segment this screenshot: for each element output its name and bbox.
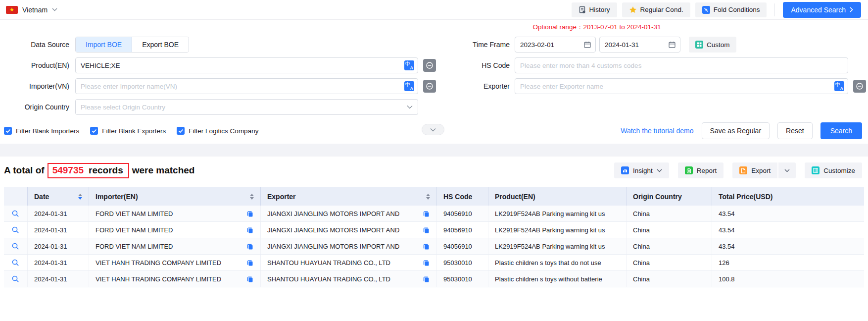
tab-export-boe[interactable]: Export BOE: [132, 37, 189, 52]
cell-price: 126: [712, 255, 864, 270]
copy-importer-button[interactable]: [246, 275, 254, 283]
history-button[interactable]: History: [572, 2, 617, 17]
hs-code-input[interactable]: [515, 58, 848, 73]
copy-exporter-button[interactable]: [423, 243, 430, 250]
collapse-form-button[interactable]: [422, 124, 444, 135]
save-as-regular-button[interactable]: Save as Regular: [702, 122, 770, 139]
custom-range-button[interactable]: Custom: [689, 37, 736, 53]
header-date[interactable]: Date: [28, 187, 89, 206]
header-total-price: Total Price(USD): [712, 187, 864, 206]
cell-price: 43.54: [712, 238, 864, 254]
row-detail-button[interactable]: [11, 226, 20, 234]
results-table: Date Importer(EN) Exporter HS Code Produ…: [4, 187, 864, 287]
date-to-field[interactable]: [599, 37, 680, 53]
header-importer[interactable]: Importer(EN): [89, 187, 261, 206]
cell-hs-code: 95030010: [437, 255, 488, 270]
data-source-label: Data Source: [0, 37, 69, 53]
form-row-3: Importer(VN) 中A Exporter 中A: [0, 78, 868, 94]
tutorial-demo-link[interactable]: Watch the tutorial demo: [621, 127, 693, 135]
header-product: Product(EN): [488, 187, 627, 206]
cell-origin: China: [627, 222, 712, 238]
cell-hs-code: 94056910: [437, 206, 488, 221]
results-suffix: were matched: [132, 165, 195, 176]
filter-blank-importers-checkbox[interactable]: Filter Blank Importers: [4, 127, 79, 135]
sort-icons[interactable]: [78, 194, 82, 200]
copy-importer-button[interactable]: [246, 259, 254, 267]
country-selector[interactable]: ★ Vietnam: [6, 6, 57, 14]
table-row: 2024-01-31 FORD VIET NAM LIMITED JIANGXI…: [4, 206, 864, 222]
cell-importer: FORD VIET NAM LIMITED: [89, 222, 261, 238]
magnifier-icon: [11, 226, 20, 234]
copy-importer-button[interactable]: [246, 226, 254, 234]
row-detail-button[interactable]: [11, 259, 20, 267]
header-exporter[interactable]: Exporter: [261, 187, 437, 206]
copy-icon: [246, 243, 254, 250]
cell-hs-code: 94056910: [437, 222, 488, 238]
chevron-down-icon: [784, 169, 790, 172]
custom-range-label: Custom: [707, 41, 730, 49]
copy-icon: [423, 259, 430, 267]
filter-blank-exporters-checkbox[interactable]: Filter Blank Exporters: [90, 127, 166, 135]
checkbox-checked-icon: [177, 127, 185, 135]
exporter-field[interactable]: 中A: [515, 78, 848, 94]
magnifier-icon: [11, 259, 20, 267]
reset-button[interactable]: Reset: [777, 122, 813, 139]
report-button[interactable]: Report: [678, 162, 724, 178]
date-from-input[interactable]: [515, 37, 583, 52]
product-input[interactable]: [76, 58, 404, 73]
product-field[interactable]: 中A: [75, 57, 418, 73]
copy-exporter-button[interactable]: [423, 210, 430, 217]
translate-icon[interactable]: 中A: [404, 81, 414, 91]
search-button[interactable]: Search: [820, 122, 862, 139]
copy-exporter-button[interactable]: [423, 259, 430, 267]
date-to-input[interactable]: [600, 37, 668, 52]
copy-exporter-button[interactable]: [423, 275, 430, 283]
exclude-exporter-button[interactable]: [853, 80, 866, 93]
origin-country-select[interactable]: Please select Origin Country: [75, 99, 418, 115]
importer-label: Importer(VN): [0, 78, 69, 94]
advanced-search-button[interactable]: Advanced Search: [783, 2, 861, 18]
hs-code-field[interactable]: [515, 57, 848, 73]
exclude-icon: [856, 82, 864, 90]
fold-conditions-button[interactable]: Fold Conditions: [695, 2, 767, 17]
form-actions: Watch the tutorial demo Save as Regular …: [621, 122, 862, 140]
cell-product: Plastic children s toys without batterie: [488, 271, 627, 287]
copy-icon: [423, 226, 430, 234]
vietnam-flag-icon: ★: [6, 6, 18, 14]
cell-product: LK2919F524AB Parking warning kit us: [488, 238, 627, 254]
filter-logitics-company-checkbox[interactable]: Filter Logitics Company: [177, 127, 258, 135]
cell-date: 2024-01-31: [28, 222, 89, 238]
row-detail-button[interactable]: [11, 275, 20, 283]
chevron-down-icon: [407, 105, 413, 109]
date-from-field[interactable]: [515, 37, 596, 53]
chevron-right-icon: [850, 7, 853, 12]
translate-icon[interactable]: 中A: [834, 81, 844, 91]
search-form: Optional range：2013-07-01 to 2024-01-31 …: [0, 20, 868, 140]
export-button[interactable]: Export: [732, 162, 777, 178]
exporter-input[interactable]: [515, 79, 834, 94]
importer-field[interactable]: 中A: [75, 78, 418, 94]
exporter-label: Exporter: [423, 78, 510, 94]
sort-icons[interactable]: [250, 194, 254, 200]
export-dropdown-button[interactable]: [777, 162, 796, 178]
header-hs-code: HS Code: [437, 187, 488, 206]
copy-exporter-button[interactable]: [423, 226, 430, 234]
header-label: HS Code: [443, 193, 472, 201]
sort-icons[interactable]: [426, 194, 430, 200]
export-label: Export: [751, 167, 771, 174]
copy-icon: [246, 226, 254, 234]
results-records-word: records: [89, 165, 123, 176]
cell-importer: VIET HANH TRADING COMPANY LIMITED: [89, 255, 261, 270]
customize-button[interactable]: Customize: [805, 162, 862, 178]
importer-input[interactable]: [76, 79, 404, 94]
tab-import-boe[interactable]: Import BOE: [76, 37, 132, 52]
row-detail-button[interactable]: [11, 242, 20, 251]
translate-icon[interactable]: 中A: [404, 60, 414, 70]
copy-importer-button[interactable]: [246, 210, 254, 217]
copy-importer-button[interactable]: [246, 243, 254, 250]
insight-button[interactable]: Insight: [614, 162, 669, 178]
chevron-down-icon: [657, 169, 662, 172]
row-detail-button[interactable]: [11, 210, 20, 218]
regular-cond-button[interactable]: Regular Cond.: [622, 2, 690, 17]
header-label: Importer(EN): [96, 193, 138, 201]
